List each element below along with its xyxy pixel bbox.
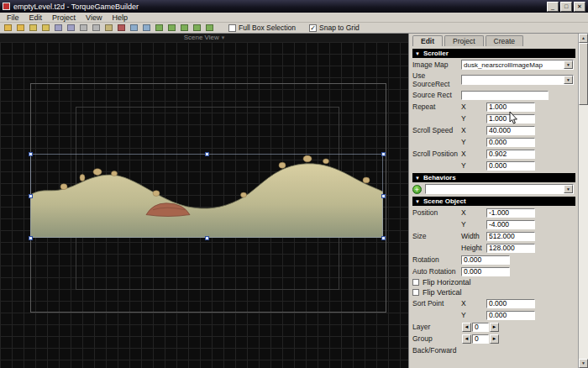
chevron-down-icon[interactable]: ▼ xyxy=(564,185,573,193)
undo-icon[interactable] xyxy=(52,23,64,33)
scene-canvas[interactable]: Scene View▾ xyxy=(0,34,408,368)
delete-icon[interactable] xyxy=(115,23,127,33)
size-width-input[interactable] xyxy=(486,232,535,241)
group-input[interactable] xyxy=(472,334,489,344)
maximize-button[interactable]: □ xyxy=(560,2,572,12)
y-label: Y xyxy=(461,161,486,170)
behaviors-section-header[interactable]: ▼ Behaviors xyxy=(412,173,575,182)
source-rect-label: Source Rect xyxy=(412,91,461,99)
repeat-x-input[interactable] xyxy=(486,103,535,112)
scene-grid[interactable] xyxy=(0,42,408,368)
tab-edit[interactable]: Edit xyxy=(412,35,443,46)
back-forward-label: Back/Forward xyxy=(412,346,461,355)
scene-object-section-header[interactable]: ▼ Scene Object xyxy=(412,197,575,206)
full-box-selection-checkbox[interactable] xyxy=(228,24,236,32)
copy-icon[interactable] xyxy=(90,23,102,33)
scroller-section-header[interactable]: ▼ Scroller xyxy=(412,49,575,58)
x-label: X xyxy=(461,150,486,158)
scroll-position-y-input[interactable] xyxy=(486,161,535,171)
paste-icon[interactable] xyxy=(102,23,114,33)
repeat-y-input[interactable] xyxy=(486,114,535,124)
behavior-select[interactable]: ▼ xyxy=(425,184,574,194)
rotation-input[interactable] xyxy=(461,255,510,265)
cut-icon[interactable] xyxy=(77,23,89,33)
selection-handle[interactable] xyxy=(205,236,209,240)
tab-create[interactable]: Create xyxy=(486,35,524,46)
toolbar: Full Box Selection Snap to Grid xyxy=(0,23,588,34)
save-level-icon[interactable] xyxy=(27,23,39,33)
selection-handle[interactable] xyxy=(29,236,33,240)
menu-file[interactable]: File xyxy=(2,13,24,22)
selection-handle[interactable] xyxy=(29,152,33,156)
selection-handle[interactable] xyxy=(29,194,33,198)
scroll-down-icon[interactable]: ▼ xyxy=(579,359,588,368)
scroll-speed-x-input[interactable] xyxy=(486,126,535,135)
snap-to-grid-checkbox[interactable] xyxy=(309,24,317,32)
layer-input[interactable] xyxy=(472,323,489,332)
scroll-speed-y-input[interactable] xyxy=(486,138,535,147)
selection-handle[interactable] xyxy=(381,152,386,156)
selection-handle[interactable] xyxy=(205,152,209,156)
source-rect-input[interactable] xyxy=(461,91,549,100)
scrollbar-thumb[interactable] xyxy=(579,43,588,105)
layer-decrement-icon[interactable]: ◄ xyxy=(462,323,471,332)
menu-help[interactable]: Help xyxy=(107,13,133,22)
tab-project[interactable]: Project xyxy=(444,35,483,46)
back-forward-row: Back/Forward xyxy=(412,345,575,355)
chevron-down-icon[interactable]: ▼ xyxy=(564,60,573,69)
menu-project[interactable]: Project xyxy=(47,13,81,22)
full-box-selection-label: Full Box Selection xyxy=(239,24,296,32)
layer-increment-icon[interactable]: ► xyxy=(490,323,499,332)
close-button[interactable]: ✕ xyxy=(574,2,585,12)
snap-to-grid-option[interactable]: Snap to Grid xyxy=(309,24,360,32)
repeat-y-row: Y xyxy=(412,113,575,124)
full-box-selection-option[interactable]: Full Box Selection xyxy=(228,24,296,32)
grid-icon[interactable] xyxy=(191,23,202,33)
size-height-input[interactable] xyxy=(486,244,535,253)
selection-handle[interactable] xyxy=(381,194,386,198)
menu-view[interactable]: View xyxy=(81,13,107,22)
menu-edit[interactable]: Edit xyxy=(24,13,48,22)
group-decrement-icon[interactable]: ◄ xyxy=(462,334,471,344)
open-level-icon[interactable] xyxy=(14,23,26,33)
undo-icon xyxy=(55,24,62,31)
position-x-input[interactable] xyxy=(486,208,535,218)
flip-horizontal-label: Flip Horizontal xyxy=(423,278,471,287)
redo-icon[interactable] xyxy=(65,23,76,33)
scroll-position-label: Scroll Position xyxy=(412,150,461,158)
new-level-icon xyxy=(4,24,12,31)
chevron-down-icon[interactable]: ▾ xyxy=(222,34,225,40)
selection-handle[interactable] xyxy=(381,236,386,240)
width-label: Width xyxy=(461,232,486,240)
group-increment-icon[interactable]: ► xyxy=(490,334,499,344)
section-title: Behaviors xyxy=(423,174,456,181)
scene-view-title: Scene View xyxy=(184,34,219,41)
align-icon[interactable] xyxy=(178,23,190,33)
new-level-icon[interactable] xyxy=(2,23,13,33)
zoom-out-icon[interactable] xyxy=(140,23,152,33)
y-label: Y xyxy=(461,220,486,229)
sort-point-x-input[interactable] xyxy=(486,299,535,308)
panel-scrollbar[interactable]: ▲ ▼ xyxy=(578,34,588,368)
position-y-input[interactable] xyxy=(486,220,535,229)
size-width-row: Size Width xyxy=(412,231,575,241)
layer-back-icon[interactable] xyxy=(165,23,177,33)
scrollbar-track[interactable] xyxy=(579,43,588,359)
scene-view-header: Scene View▾ xyxy=(0,34,408,42)
flip-vertical-checkbox[interactable] xyxy=(412,289,419,296)
add-behavior-icon[interactable]: + xyxy=(412,185,422,194)
chevron-down-icon[interactable]: ▼ xyxy=(564,76,573,84)
camera-icon[interactable] xyxy=(203,23,215,33)
copy-icon xyxy=(92,24,100,31)
zoom-in-icon[interactable] xyxy=(128,23,139,33)
image-map-select[interactable]: dusk_nearscrollImageMap ▼ xyxy=(461,60,574,70)
flip-horizontal-checkbox[interactable] xyxy=(412,279,419,286)
minimize-button[interactable]: _ xyxy=(547,2,559,12)
sort-point-y-input[interactable] xyxy=(486,311,535,320)
auto-rotation-input[interactable] xyxy=(461,267,510,276)
scroll-up-icon[interactable]: ▲ xyxy=(579,34,588,43)
layer-front-icon[interactable] xyxy=(153,23,165,33)
scroll-position-x-input[interactable] xyxy=(486,150,535,159)
use-sourcerect-select[interactable]: ▼ xyxy=(461,75,574,85)
save-all-icon[interactable] xyxy=(39,23,51,33)
